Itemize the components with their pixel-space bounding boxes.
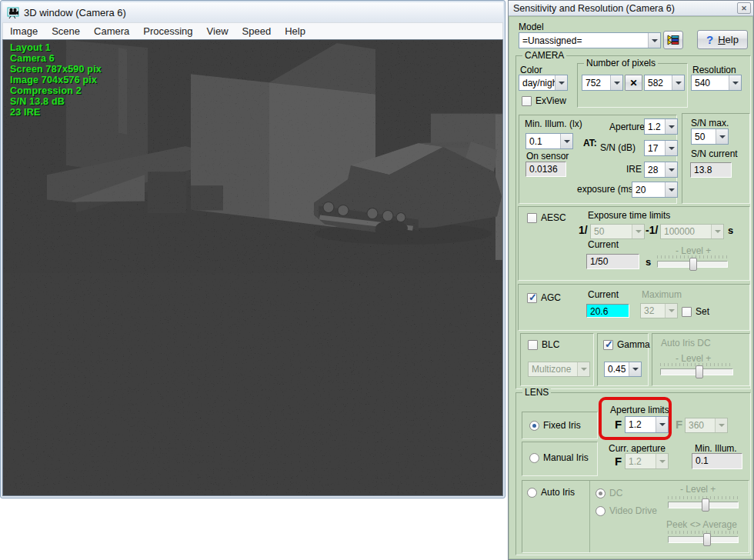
agc-label: AGC [541, 292, 561, 303]
exposure-combo[interactable]: 20 [632, 182, 678, 198]
aesc-checkbox[interactable]: AESC [527, 212, 566, 223]
aperture-combo[interactable]: 1.2 [644, 118, 678, 135]
chevron-down-icon [577, 362, 589, 376]
radio-unselected [527, 488, 537, 498]
sn-current-value: 13.8 [690, 162, 732, 178]
aesc-current-value: 1/50 [586, 254, 639, 269]
overlay-line: Camera 6 [10, 53, 102, 64]
gamma-combo[interactable]: 0.45 [604, 362, 642, 377]
resolution-label: Resolution [692, 65, 736, 75]
curr-aperture-combo: 1.2 [625, 453, 669, 469]
slider-thumb [703, 533, 711, 546]
lens-min-illum-label: Min. Illum. [695, 443, 737, 454]
exposure-hi-combo: 100000 [660, 224, 724, 239]
menu-help[interactable]: Help [278, 24, 312, 38]
resolution-combo[interactable]: 540 [691, 75, 742, 91]
agc-max-label: Maximum [642, 289, 682, 300]
manual-iris-label: Manual Iris [543, 452, 589, 463]
help-button[interactable]: ? Help [697, 30, 748, 49]
titlebar-sensitivity[interactable]: Sensitivity and Resolution (Camera 6) [509, 1, 753, 16]
video-drive-label: Video Drive [609, 505, 657, 516]
titlebar-3d-window[interactable]: 3D window (Camera 6) [2, 2, 503, 22]
checkbox-box [528, 340, 538, 350]
window-icon [7, 6, 19, 18]
menu-image[interactable]: Image [3, 24, 45, 38]
video-drive-radio: Video Drive [596, 505, 657, 516]
menu-speed[interactable]: Speed [235, 24, 279, 38]
menu-processing[interactable]: Processing [136, 24, 199, 38]
auto-iris-label: Auto Iris [541, 487, 575, 498]
auto-iris-dc-slider [660, 368, 733, 375]
lens-min-illum-value: 0.1 [692, 453, 742, 469]
sn-max-combo[interactable]: 50 [691, 128, 729, 145]
color-combo[interactable]: day/nigh [519, 75, 568, 91]
peek-average-slider [668, 536, 739, 543]
auto-iris-radio[interactable]: Auto Iris [527, 487, 575, 498]
ire-combo[interactable]: 28 [644, 162, 678, 178]
exposure-label: exposure (ms) [577, 184, 636, 195]
seconds-label: s [646, 256, 651, 268]
manual-iris-radio[interactable]: Manual Iris [529, 452, 589, 463]
pixels-v-combo[interactable]: 582 [644, 75, 685, 91]
slider-thumb [702, 498, 709, 512]
chevron-down-icon [555, 75, 567, 90]
model-combo[interactable]: =Unassigned= [519, 32, 661, 48]
lens-group-label: LENS [522, 387, 551, 398]
checkbox-box-checked [603, 340, 613, 350]
sn-max-label: S/N max. [691, 118, 729, 128]
exview-checkbox[interactable]: ExView [522, 95, 566, 106]
agc-max-combo: 32 [640, 303, 678, 318]
chevron-down-icon [665, 182, 677, 197]
f-label: F [615, 455, 622, 468]
levels-icon-button[interactable] [663, 31, 683, 49]
agc-checkbox[interactable]: AGC [527, 292, 561, 303]
blc-mode-combo: Multizone [528, 362, 590, 377]
aesc-level-label: - Level + [676, 245, 711, 256]
close-icon[interactable]: ✕ [737, 2, 751, 14]
chevron-down-icon [560, 134, 572, 148]
gamma-label: Gamma [617, 339, 650, 350]
slider-thumb [689, 258, 697, 271]
aesc-current-label: Current [588, 239, 619, 250]
agc-current-label: Current [588, 289, 619, 300]
pixels-multiply-button[interactable]: ✕ [625, 75, 642, 91]
menu-view[interactable]: View [200, 24, 235, 38]
menubar: Image Scene Camera Processing View Speed… [2, 22, 503, 39]
lens-level-label: - Level + [680, 484, 716, 495]
radio-unselected [596, 506, 606, 516]
fixed-iris-label: Fixed Iris [543, 420, 581, 431]
blc-checkbox[interactable]: BLC [528, 339, 559, 350]
pixels-h-combo[interactable]: 752 [582, 75, 623, 91]
radio-unselected [529, 453, 539, 463]
window-3d: 3D window (Camera 6) Image Scene Camera … [0, 0, 505, 498]
at-label: AT: [583, 138, 597, 148]
min-illum-combo[interactable]: 0.1 [525, 133, 573, 149]
chevron-down-icon [672, 75, 684, 90]
chevron-down-icon [656, 454, 668, 468]
checkbox-box [682, 307, 692, 317]
multiply-icon: ✕ [629, 78, 637, 88]
checkbox-box-checked [527, 293, 537, 303]
color-label: Color [520, 65, 542, 75]
help-button-label: Help [718, 34, 739, 45]
curr-aperture-label: Curr. aperture [609, 443, 666, 454]
agc-set-checkbox[interactable]: Set [682, 306, 709, 317]
lens-level-slider [668, 502, 739, 508]
chevron-down-icon [648, 33, 660, 48]
menu-camera[interactable]: Camera [87, 24, 136, 38]
chevron-down-icon [665, 304, 677, 318]
chevron-down-icon [729, 75, 741, 90]
chevron-down-icon [632, 225, 644, 238]
menu-scene[interactable]: Scene [45, 24, 87, 38]
gamma-checkbox[interactable]: Gamma [603, 339, 650, 350]
sn-db-combo[interactable]: 17 [644, 140, 678, 156]
dc-radio: DC [596, 488, 622, 498]
one-over-label: 1/ [579, 224, 588, 236]
panel-client: Model =Unassigned= ? Help CAMERA Color d… [509, 16, 753, 559]
checkbox-box [527, 213, 537, 223]
overlay-line: Layout 1 [10, 42, 102, 53]
sn-current-label: S/N current [691, 148, 738, 159]
viewport-3d[interactable]: Layout 1 Camera 6 Screen 787x590 pix Ima… [2, 39, 503, 496]
fixed-iris-radio[interactable]: Fixed Iris [529, 420, 581, 431]
peek-average-label: Peek <> Average [666, 519, 737, 530]
